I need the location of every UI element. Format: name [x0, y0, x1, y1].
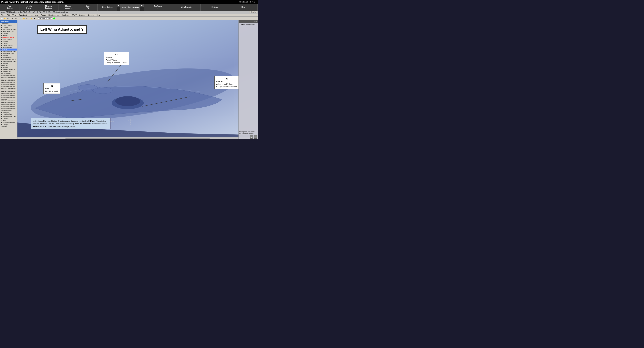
- tree-vector-groups[interactable]: ▶ Vector Groups: [0, 44, 17, 46]
- new-station-button[interactable]: NewStation: [0, 4, 20, 11]
- tree-d570-16[interactable]: D570-T4040-000L9600-32-00: [0, 104, 17, 106]
- tree-temp[interactable]: ▼ TEMP: [0, 119, 17, 121]
- tree-point-groups-2[interactable]: ▶ Point Groups: [0, 38, 17, 40]
- tree-d570-3[interactable]: D570-T4040-000L9600-32-00: [0, 78, 17, 80]
- tree-actuals-bottom[interactable]: ▶ Actuals: [0, 125, 17, 127]
- tree-meas-plans-2[interactable]: ▶ Measurement Plans: [0, 50, 17, 52]
- tree-d570-1[interactable]: D570-T4040-000L9600-32-00: [0, 74, 17, 76]
- tree-d570-7[interactable]: D570-T4040-000L9600-32-00: [0, 86, 17, 87]
- menu-scripts[interactable]: Scripts: [78, 14, 86, 16]
- nav-right-arrow[interactable]: ▶: [140, 4, 144, 7]
- save-icon[interactable]: 💾: [7, 17, 10, 20]
- tree-meas-plans-top[interactable]: ▼ Measurement Plans: [0, 58, 17, 60]
- nav-left-arrow[interactable]: ◀: [117, 4, 120, 7]
- open-file-icon[interactable]: 📂: [4, 17, 6, 20]
- window-close-button[interactable]: ✕: [254, 11, 257, 13]
- tree-d570-4[interactable]: D570-T4040-000L9600-32-00: [0, 80, 17, 82]
- tree-callout[interactable]: ■ Callout: [0, 48, 17, 50]
- tree-events-1[interactable]: ▶ Events: [0, 34, 17, 36]
- tree-sa-reports[interactable]: ▶ SA Reports: [0, 70, 17, 72]
- nominal-dropdown[interactable]: Nominals: World ▼: [38, 18, 52, 20]
- sidebar-close[interactable]: ✕: [15, 20, 16, 22]
- tree-scale-bar-item[interactable]: Scale Bar: [0, 98, 17, 100]
- tree-d570-9[interactable]: D570-T4040-000L9600-32-00: [0, 89, 17, 91]
- minimize-button[interactable]: _: [249, 11, 252, 13]
- tree-d570-6[interactable]: D570-T4040-000L9600-32-00: [0, 84, 17, 86]
- job-tasks-button[interactable]: Job Tasks ▼: [144, 4, 172, 11]
- best-fit-button[interactable]: BestFit: [78, 4, 98, 11]
- menu-file[interactable]: File: [0, 14, 5, 16]
- tree-frames-3[interactable]: ▶ Frames: [0, 66, 17, 68]
- tree-d570-10[interactable]: D570-T4040-000L9600-32-00: [0, 91, 17, 93]
- tree-pictures-4[interactable]: ▶ Pictures: [0, 117, 17, 119]
- tree-d570-18[interactable]: D570-T4040-000L9600-32-00: [0, 107, 17, 109]
- tree-d570-14[interactable]: D570-T4040-000L9600-32-00: [0, 100, 17, 102]
- help-button[interactable]: Help: [229, 4, 258, 11]
- tree-sa-report-templates[interactable]: ▶ SA Report Templates: [0, 68, 17, 70]
- tree-pictures-5[interactable]: ▶ Pictures: [0, 123, 17, 125]
- center-pillars-button[interactable]: Center Pillars 9,10,11,12: [120, 4, 140, 11]
- tree-a320-model[interactable]: ▼ A320 MODEL: [0, 72, 17, 74]
- menu-gdnt[interactable]: GD&T: [71, 14, 77, 16]
- tree-iqchecks[interactable]: ▶ IQChecks Images: [0, 121, 17, 123]
- tree-d570-12[interactable]: D570-T4040-000L9600-32-00: [0, 94, 17, 96]
- tree-spheres[interactable]: ▶ Spheres: [0, 111, 17, 113]
- menu-edit[interactable]: Edit: [6, 14, 10, 16]
- menu-reports[interactable]: Reports: [87, 14, 95, 16]
- new-file-icon[interactable]: 📄: [0, 17, 3, 20]
- locate-station-button[interactable]: LocateStation: [20, 4, 39, 11]
- tree-pictures-2[interactable]: ▶ Pictures: [0, 54, 17, 56]
- redo-icon[interactable]: ↪: [14, 17, 18, 20]
- tree-scale-bars[interactable]: ▶ 7 Scale Bars: [0, 56, 17, 58]
- menu-query[interactable]: Query: [40, 14, 46, 16]
- tree-actuals[interactable]: ▼ Actuals (Level to Gravity): [0, 36, 17, 38]
- tree-meas-plans-1[interactable]: ▶ Measurement Plans: [0, 28, 17, 30]
- zoom-icon[interactable]: 🔍: [19, 17, 22, 20]
- measure-icon[interactable]: 📏: [30, 17, 33, 20]
- menu-help[interactable]: Help: [96, 14, 101, 16]
- tree-pictures-3[interactable]: ▶ Pictures: [0, 62, 17, 64]
- tree-circles[interactable]: ▶ Circles: [0, 42, 17, 44]
- tree-embedded-1[interactable]: ▶ Embedded Files: [0, 30, 17, 32]
- close-station-button[interactable]: Close Station: [98, 4, 117, 11]
- tree-point-groups-1[interactable]: ▶ Point Groups: [0, 24, 17, 26]
- pan-icon[interactable]: ✋: [22, 17, 25, 20]
- tree-embedded-2[interactable]: ▶ Embedded Files: [0, 52, 17, 54]
- tree-frames-1[interactable]: ▶ Frames: [0, 26, 17, 28]
- rop-next-arrow[interactable]: ▶: [254, 135, 257, 138]
- menu-analysis[interactable]: Analysis: [61, 14, 70, 16]
- tree-relationships-1[interactable]: ▶ Relationships: [0, 46, 17, 48]
- tree-d570-2[interactable]: D570-T4040-000L9600-32-00: [0, 76, 17, 78]
- tree-relationships-2[interactable]: ▶ Relationships: [0, 113, 17, 115]
- menu-instrument[interactable]: Instrument: [29, 14, 39, 16]
- tree-d570-5[interactable]: D570-T4040-000L9600-32-00: [0, 82, 17, 84]
- settings-button[interactable]: Settings: [200, 4, 229, 11]
- viewport[interactable]: Left Wing Adjust X and Y 43 Pillar GL Ad…: [18, 20, 258, 139]
- tree-meas-plans-3[interactable]: ▶ Measurement Plans: [0, 60, 17, 62]
- tree-nominals[interactable]: ▶ Nominals: [0, 22, 17, 24]
- tree-d570-13[interactable]: D570-T4040-000L9600-32-00: [0, 96, 17, 98]
- restore-button[interactable]: ▭: [252, 11, 254, 13]
- tree-attmetrology[interactable]: ▼ ATTMetrology: [0, 109, 17, 111]
- tree-meas-plans-4[interactable]: ▶ Measurement Plans: [0, 115, 17, 117]
- menu-view[interactable]: View: [12, 14, 17, 16]
- tree-d570-11[interactable]: D570-T4040-000L9600-32-00: [0, 93, 17, 94]
- menu-relationships[interactable]: Relationships: [48, 14, 60, 16]
- new-station-label: NewStation: [7, 5, 12, 9]
- rotate-icon[interactable]: ⟳: [26, 17, 28, 20]
- tree-pictures-1[interactable]: ▶ Pictures: [0, 32, 17, 34]
- view-reports-button[interactable]: View Reports: [172, 4, 200, 11]
- tree-d570-8[interactable]: D570-T4040-000L9600-32-00: [0, 87, 17, 89]
- manual-measure-button[interactable]: ManualMeasure: [58, 4, 78, 11]
- point-icon[interactable]: ●: [33, 17, 36, 20]
- tree-reports[interactable]: ▼ Reports: [0, 64, 17, 66]
- tree-d570-15[interactable]: D570-T4040-000L9600-32-00: [0, 102, 17, 104]
- rop-prev-arrow[interactable]: ◀: [250, 135, 253, 138]
- tree-d570-17[interactable]: D570-T4040-000L9600-32-00: [0, 106, 17, 107]
- menu-construct[interactable]: Construct: [18, 14, 28, 16]
- viewport-scrollbar[interactable]: [18, 137, 258, 139]
- rop-close-btn[interactable]: Close: [253, 21, 256, 22]
- tree-frames-2[interactable]: ▶ Frames: [0, 40, 17, 42]
- measure-features-button[interactable]: MeasureFeatures: [39, 4, 58, 11]
- undo-icon[interactable]: ↩: [11, 17, 14, 20]
